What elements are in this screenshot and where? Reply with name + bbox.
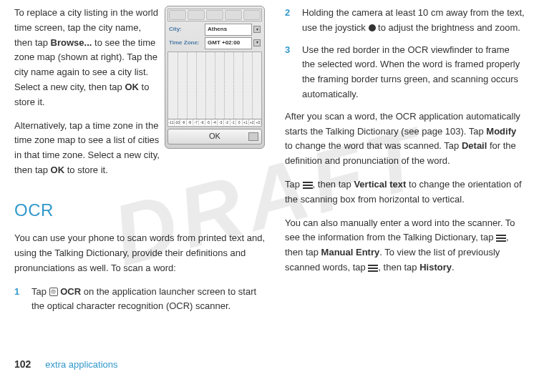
joystick-icon [369, 24, 376, 31]
right-column: 2 Holding the camera at least 10 cm away… [285, 6, 525, 356]
timezone-label: Time Zone: [169, 39, 203, 48]
step-2: 2 Holding the camera at least 10 cm away… [285, 6, 525, 36]
menu-icon [368, 265, 378, 272]
dropdown-icon[interactable]: ▾ [253, 39, 261, 46]
ok-label: OK [51, 165, 65, 175]
signal-icon [169, 10, 186, 20]
menu-icon [496, 235, 506, 242]
vertical-text-label: Vertical text [354, 179, 406, 190]
manual-entry-label: Manual Entry [321, 247, 380, 258]
section-name: extra applications [45, 358, 117, 373]
city-label: City: [169, 25, 203, 34]
app-icon: ◎ [49, 288, 58, 296]
ok-label: OK [125, 82, 139, 92]
left-column: City: Athens ▾ Time Zone: GMT +02:00 ▾ [14, 6, 265, 356]
phone-screenshot: City: Athens ▾ Time Zone: GMT +02:00 ▾ [165, 6, 265, 149]
timezone-map[interactable]: -11 -10 -9 -8 -7 -6 -5 -4 -3 -2 -1 0 +1 … [167, 52, 262, 127]
paragraph: You can use your phone to scan words fro… [14, 231, 265, 275]
timezone-value[interactable]: GMT +02:00 [205, 37, 252, 49]
mail-icon [243, 10, 261, 20]
city-value[interactable]: Athens [205, 24, 252, 36]
step-number: 2 [285, 6, 302, 36]
phone-menu-button[interactable] [248, 132, 258, 141]
page-number: 102 [14, 356, 31, 372]
status-icon [206, 10, 223, 20]
step-number: 3 [285, 43, 302, 102]
paragraph: Tap , then tap Vertical text to change t… [285, 177, 525, 207]
step-number: 1 [14, 285, 31, 315]
status-icon [225, 10, 242, 20]
menu-icon [303, 182, 313, 189]
status-icon [188, 10, 205, 20]
step-3: 3 Use the red border in the OCR viewfind… [285, 43, 525, 102]
phone-statusbar [167, 9, 262, 21]
modify-label: Modify [486, 126, 516, 137]
step-1: 1 Tap ◎ OCR on the application launcher … [14, 285, 265, 315]
ok-button[interactable]: OK [167, 129, 262, 144]
paragraph: You can also manually enter a word into … [285, 216, 525, 275]
map-ruler: -11 -10 -9 -8 -7 -6 -5 -4 -3 -2 -1 0 +1 … [168, 119, 261, 126]
paragraph: After you scan a word, the OCR applicati… [285, 109, 525, 169]
detail-label: Detail [462, 140, 487, 151]
dropdown-icon[interactable]: ▾ [253, 26, 261, 33]
browse-label: Browse... [51, 37, 92, 48]
ocr-heading: OCR [14, 197, 265, 224]
page-footer: 102 extra applications [14, 356, 525, 373]
history-label: History [419, 262, 452, 273]
ocr-label: OCR [60, 286, 81, 297]
